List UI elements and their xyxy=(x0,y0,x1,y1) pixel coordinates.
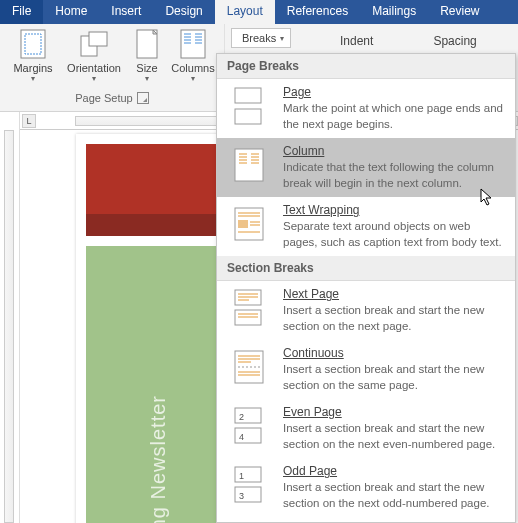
item-title: Even Page xyxy=(283,405,505,419)
tab-references[interactable]: References xyxy=(275,0,360,24)
svg-text:2: 2 xyxy=(239,412,244,422)
orientation-icon xyxy=(78,28,110,60)
item-title: Text Wrapping xyxy=(283,203,505,217)
panel-header-page-breaks: Page Breaks xyxy=(217,54,515,79)
vertical-ruler[interactable] xyxy=(0,112,20,523)
breaks-label: Breaks xyxy=(242,32,276,44)
break-item-page[interactable]: Page Mark the point at which one page en… xyxy=(217,79,515,138)
size-icon xyxy=(131,28,163,60)
margins-icon xyxy=(17,28,49,60)
break-item-continuous[interactable]: Continuous Insert a section break and st… xyxy=(217,340,515,399)
group-label-page-setup: Page Setup xyxy=(75,92,149,104)
column-break-icon xyxy=(227,144,271,186)
tab-layout[interactable]: Layout xyxy=(215,0,275,24)
doc-red-block xyxy=(86,144,231,236)
svg-text:4: 4 xyxy=(239,432,244,442)
breaks-button[interactable]: Breaks ▾ xyxy=(231,28,291,48)
panel-header-section-breaks: Section Breaks xyxy=(217,256,515,281)
paragraph-labels: Indent Spacing xyxy=(300,34,477,48)
indent-label: Indent xyxy=(340,34,373,48)
item-desc: Insert a section break and start the new… xyxy=(283,362,505,393)
chevron-down-icon: ▾ xyxy=(191,74,195,83)
margins-label: Margins xyxy=(13,62,52,74)
chevron-down-icon: ▾ xyxy=(145,74,149,83)
chevron-down-icon: ▾ xyxy=(280,34,284,43)
tab-mailings[interactable]: Mailings xyxy=(360,0,428,24)
dialog-launcher-icon[interactable] xyxy=(137,92,149,104)
tab-design[interactable]: Design xyxy=(153,0,214,24)
spacing-label: Spacing xyxy=(433,34,476,48)
columns-button[interactable]: Columns ▾ xyxy=(167,26,219,83)
ribbon-tabs: File Home Insert Design Layout Reference… xyxy=(0,0,518,24)
doc-sidebar-text: ring Newsletter xyxy=(147,395,170,523)
item-title: Odd Page xyxy=(283,464,505,478)
item-desc: Separate text around objects on web page… xyxy=(283,219,505,250)
margins-button[interactable]: Margins ▾ xyxy=(5,26,61,83)
break-item-column[interactable]: Column Indicate that the text following … xyxy=(217,138,515,197)
chevron-down-icon: ▾ xyxy=(31,74,35,83)
item-title: Page xyxy=(283,85,505,99)
svg-rect-30 xyxy=(238,220,248,228)
tab-insert[interactable]: Insert xyxy=(99,0,153,24)
tab-selector[interactable]: L xyxy=(22,114,36,128)
tab-file[interactable]: File xyxy=(0,0,43,24)
next-page-icon xyxy=(227,287,271,329)
break-item-text-wrapping[interactable]: Text Wrapping Separate text around objec… xyxy=(217,197,515,256)
orientation-label: Orientation xyxy=(67,62,121,74)
continuous-icon xyxy=(227,346,271,388)
svg-rect-18 xyxy=(235,88,261,103)
item-desc: Insert a section break and start the new… xyxy=(283,421,505,452)
break-item-even-page[interactable]: 24 Even Page Insert a section break and … xyxy=(217,399,515,458)
item-desc: Insert a section break and start the new… xyxy=(283,303,505,334)
tab-review[interactable]: Review xyxy=(428,0,491,24)
columns-icon xyxy=(177,28,209,60)
item-title: Continuous xyxy=(283,346,505,360)
item-title: Column xyxy=(283,144,505,158)
group-page-setup: Margins ▾ Orientation ▾ Size ▾ xyxy=(0,24,225,111)
size-button[interactable]: Size ▾ xyxy=(127,26,167,83)
odd-page-icon: 13 xyxy=(227,464,271,506)
orientation-button[interactable]: Orientation ▾ xyxy=(61,26,127,83)
breaks-dropdown: Page Breaks Page Mark the point at which… xyxy=(216,53,516,523)
break-item-odd-page[interactable]: 13 Odd Page Insert a section break and s… xyxy=(217,458,515,517)
svg-text:3: 3 xyxy=(239,491,244,501)
svg-rect-19 xyxy=(235,109,261,124)
size-label: Size xyxy=(136,62,157,74)
doc-green-block: ring Newsletter xyxy=(86,246,231,523)
svg-rect-3 xyxy=(89,32,107,46)
item-desc: Indicate that the text following the col… xyxy=(283,160,505,191)
page-break-icon xyxy=(227,85,271,127)
chevron-down-icon: ▾ xyxy=(92,74,96,83)
break-item-next-page[interactable]: Next Page Insert a section break and sta… xyxy=(217,281,515,340)
columns-label: Columns xyxy=(171,62,214,74)
item-desc: Insert a section break and start the new… xyxy=(283,480,505,511)
text-wrapping-icon xyxy=(227,203,271,245)
item-title: Next Page xyxy=(283,287,505,301)
svg-text:1: 1 xyxy=(239,471,244,481)
even-page-icon: 24 xyxy=(227,405,271,447)
tab-home[interactable]: Home xyxy=(43,0,99,24)
item-desc: Mark the point at which one page ends an… xyxy=(283,101,505,132)
